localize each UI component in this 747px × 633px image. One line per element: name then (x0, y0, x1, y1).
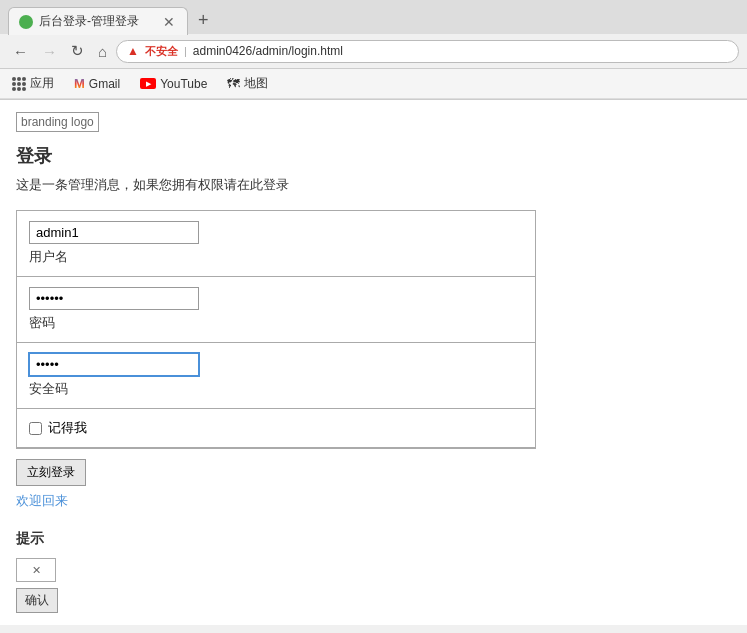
url-separator: | (184, 45, 187, 57)
maps-icon: 🗺 (227, 76, 240, 91)
submit-button[interactable]: 立刻登录 (16, 459, 86, 486)
nav-bar: ← → ↻ ⌂ ▲ 不安全 | admin0426/admin/login.ht… (0, 34, 747, 69)
bookmarks-bar: 应用 M Gmail ▶ YouTube 🗺 地图 (0, 69, 747, 99)
apps-grid-icon (12, 77, 26, 91)
title-bar: 后台登录-管理登录 ✕ + (0, 0, 747, 34)
tab-favicon (19, 15, 33, 29)
page-subtitle: 这是一条管理消息，如果您拥有权限请在此登录 (16, 176, 731, 194)
back-button[interactable]: ← (8, 40, 33, 63)
page-content: branding logo 登录 这是一条管理消息，如果您拥有权限请在此登录 用… (0, 100, 747, 625)
url-display: admin0426/admin/login.html (193, 44, 343, 58)
password-label: 密码 (29, 315, 55, 330)
security-code-label: 安全码 (29, 381, 68, 396)
remember-me-checkbox[interactable] (29, 422, 42, 435)
remember-me-label: 记得我 (48, 419, 87, 437)
tab-title: 后台登录-管理登录 (39, 13, 155, 30)
browser-chrome: 后台登录-管理登录 ✕ + ← → ↻ ⌂ ▲ 不安全 | admin0426/… (0, 0, 747, 100)
home-button[interactable]: ⌂ (93, 40, 112, 63)
remember-me-row: 记得我 (17, 409, 535, 448)
username-input[interactable] (29, 221, 199, 244)
hints-close-icon: ✕ (32, 564, 41, 577)
bookmark-maps-label: 地图 (244, 75, 268, 92)
bookmark-maps[interactable]: 🗺 地图 (223, 73, 272, 94)
hints-title: 提示 (16, 530, 731, 548)
new-tab-button[interactable]: + (192, 8, 215, 33)
security-label: 不安全 (145, 44, 178, 59)
bookmark-gmail[interactable]: M Gmail (70, 74, 124, 93)
tab-close-button[interactable]: ✕ (161, 15, 177, 29)
confirm-button[interactable]: 确认 (16, 588, 58, 613)
password-input[interactable] (29, 287, 199, 310)
security-warning-icon: ▲ (127, 44, 139, 58)
username-label: 用户名 (29, 249, 68, 264)
bookmark-gmail-label: Gmail (89, 77, 120, 91)
hints-close-box[interactable]: ✕ (16, 558, 56, 582)
bookmark-apps-label: 应用 (30, 75, 54, 92)
browser-tab[interactable]: 后台登录-管理登录 ✕ (8, 7, 188, 35)
username-field-row: 用户名 (17, 211, 535, 277)
youtube-icon: ▶ (140, 78, 156, 89)
address-bar[interactable]: ▲ 不安全 | admin0426/admin/login.html (116, 40, 739, 63)
branding-logo: branding logo (16, 112, 99, 132)
password-field-row: 密码 (17, 277, 535, 343)
branding-alt-text: branding logo (21, 115, 94, 129)
page-title: 登录 (16, 144, 731, 168)
forward-button[interactable]: → (37, 40, 62, 63)
bookmark-youtube[interactable]: ▶ YouTube (136, 75, 211, 93)
gmail-icon: M (74, 76, 85, 91)
security-code-input[interactable] (29, 353, 199, 376)
bookmark-youtube-label: YouTube (160, 77, 207, 91)
hints-section: 提示 ✕ 确认 (16, 530, 731, 613)
login-form: 用户名 密码 安全码 记得我 (16, 210, 536, 449)
reload-button[interactable]: ↻ (66, 39, 89, 63)
security-code-field-row: 安全码 (17, 343, 535, 409)
bookmark-apps[interactable]: 应用 (8, 73, 58, 94)
welcome-text: 欢迎回来 (16, 492, 731, 510)
